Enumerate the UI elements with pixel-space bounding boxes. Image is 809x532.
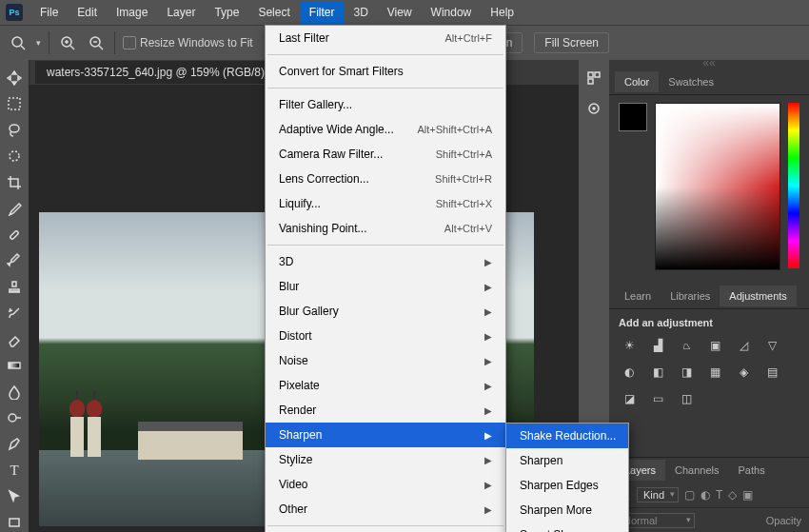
add-adjustment-label: Add an adjustment xyxy=(619,317,799,328)
filter-pixel-icon[interactable]: ▢ xyxy=(684,488,695,502)
menu-sharpen-sub[interactable]: Sharpen▶ Shake Reduction... Sharpen Shar… xyxy=(266,423,505,447)
threshold-icon[interactable]: ◪ xyxy=(619,389,640,408)
eyedropper-tool-icon[interactable] xyxy=(4,199,25,220)
menu-smart-sharpen[interactable]: Smart Sharpen... xyxy=(506,522,628,532)
curves-icon[interactable]: ⏢ xyxy=(676,336,697,355)
menu-last-filter[interactable]: Last FilterAlt+Ctrl+F xyxy=(266,26,505,50)
pen-tool-icon[interactable] xyxy=(4,434,25,455)
zoom-out-icon[interactable] xyxy=(86,32,107,53)
menu-window[interactable]: Window xyxy=(422,1,482,24)
lasso-tool-icon[interactable] xyxy=(4,120,25,141)
levels-icon[interactable]: ▟ xyxy=(647,336,668,355)
color-lookup-icon[interactable]: ▦ xyxy=(704,363,725,382)
menu-video-sub[interactable]: Video▶ xyxy=(266,472,505,497)
stamp-tool-icon[interactable] xyxy=(4,277,25,298)
panel-drag-handle[interactable]: «« xyxy=(609,60,809,69)
menu-pixelate-sub[interactable]: Pixelate▶ xyxy=(266,373,505,398)
brush-tool-icon[interactable] xyxy=(4,251,25,272)
menu-help[interactable]: Help xyxy=(481,1,523,24)
menu-3d[interactable]: 3D xyxy=(344,1,377,24)
color-picker-field[interactable] xyxy=(655,103,780,270)
path-select-tool-icon[interactable] xyxy=(4,486,25,507)
menu-filter[interactable]: Filter xyxy=(300,1,345,24)
menu-sharpen-more[interactable]: Sharpen More xyxy=(506,498,628,522)
fill-screen-button[interactable]: Fill Screen xyxy=(534,32,609,53)
tab-adjustments[interactable]: Adjustments xyxy=(720,286,797,306)
tab-libraries[interactable]: Libraries xyxy=(661,286,720,306)
menu-convert-smart[interactable]: Convert for Smart Filters xyxy=(266,59,505,84)
menu-filter-gallery[interactable]: Filter Gallery... xyxy=(266,92,505,117)
menu-stylize-sub[interactable]: Stylize▶ xyxy=(266,447,505,472)
gradient-tool-icon[interactable] xyxy=(4,356,25,377)
menu-sharpen[interactable]: Sharpen xyxy=(506,448,628,473)
rectangle-tool-icon[interactable] xyxy=(4,513,25,533)
filter-type-icon[interactable]: T xyxy=(716,488,722,502)
menu-layer[interactable]: Layer xyxy=(157,1,205,24)
document-tab[interactable]: waters-3357125_640.jpg @ 159% (RGB/8) × xyxy=(35,61,289,84)
svg-rect-13 xyxy=(9,363,20,368)
tab-color[interactable]: Color xyxy=(615,71,659,92)
tab-paths[interactable]: Paths xyxy=(729,460,775,481)
menu-shake-reduction[interactable]: Shake Reduction... xyxy=(506,424,628,448)
resize-windows-checkbox[interactable]: Resize Windows to Fit xyxy=(123,36,253,50)
healing-tool-icon[interactable] xyxy=(4,225,25,246)
history-brush-tool-icon[interactable] xyxy=(4,304,25,325)
tab-channels[interactable]: Channels xyxy=(665,460,728,481)
eraser-tool-icon[interactable] xyxy=(4,329,25,350)
dodge-tool-icon[interactable] xyxy=(4,408,25,429)
menu-liquify[interactable]: Liquify...Shift+Ctrl+X xyxy=(266,191,505,216)
vibrance-icon[interactable]: ◿ xyxy=(733,336,754,355)
tab-swatches[interactable]: Swatches xyxy=(659,71,723,92)
properties-panel-icon[interactable] xyxy=(583,98,604,119)
menu-distort-sub[interactable]: Distort▶ xyxy=(266,324,505,348)
svg-rect-18 xyxy=(595,72,600,77)
menubar: Ps File Edit Image Layer Type Select Fil… xyxy=(0,0,809,25)
quick-select-tool-icon[interactable] xyxy=(4,147,25,167)
menu-image[interactable]: Image xyxy=(107,1,157,24)
hue-slider[interactable] xyxy=(788,103,799,268)
crop-tool-icon[interactable] xyxy=(4,172,25,193)
menu-file[interactable]: File xyxy=(30,1,68,24)
tab-learn[interactable]: Learn xyxy=(615,286,661,306)
brightness-icon[interactable]: ☀ xyxy=(619,336,640,355)
channel-mixer-icon[interactable]: ◨ xyxy=(676,363,697,382)
filter-adjust-icon[interactable]: ◐ xyxy=(700,488,710,502)
history-panel-icon[interactable] xyxy=(583,68,604,89)
type-tool-icon[interactable]: T xyxy=(4,461,25,482)
gradient-map-icon[interactable]: ▭ xyxy=(647,389,668,408)
filter-smart-icon[interactable]: ▣ xyxy=(742,488,753,502)
posterize-icon[interactable]: ▤ xyxy=(761,363,782,382)
invert-icon[interactable]: ◈ xyxy=(733,363,754,382)
menu-blur-sub[interactable]: Blur▶ xyxy=(266,274,505,299)
menu-select[interactable]: Select xyxy=(248,1,299,24)
tool-preset-icon[interactable] xyxy=(8,32,29,53)
menu-noise-sub[interactable]: Noise▶ xyxy=(266,348,505,373)
hue-icon[interactable]: ▽ xyxy=(761,336,782,355)
menu-blur-gallery-sub[interactable]: Blur Gallery▶ xyxy=(266,299,505,324)
layer-filter-kind[interactable]: Kind xyxy=(637,487,679,502)
zoom-in-icon[interactable] xyxy=(57,32,78,53)
menu-other-sub[interactable]: Other▶ xyxy=(266,497,505,522)
marquee-tool-icon[interactable] xyxy=(4,94,25,115)
menu-view[interactable]: View xyxy=(378,1,422,24)
menu-sharpen-edges[interactable]: Sharpen Edges xyxy=(506,473,628,498)
dropdown-caret-icon[interactable]: ▾ xyxy=(36,38,41,48)
exposure-icon[interactable]: ▣ xyxy=(704,336,725,355)
move-tool-icon[interactable] xyxy=(4,68,25,89)
foreground-color-swatch[interactable] xyxy=(619,103,647,131)
filter-shape-icon[interactable]: ◇ xyxy=(728,488,737,502)
menu-camera-raw[interactable]: Camera Raw Filter...Shift+Ctrl+A xyxy=(266,142,505,167)
menu-lens-correction[interactable]: Lens Correction...Shift+Ctrl+R xyxy=(266,167,505,191)
menu-edit[interactable]: Edit xyxy=(68,1,107,24)
menu-adaptive-wide-angle[interactable]: Adaptive Wide Angle...Alt+Shift+Ctrl+A xyxy=(266,117,505,142)
menu-3d-sub[interactable]: 3D▶ xyxy=(266,249,505,274)
selective-color-icon[interactable]: ◫ xyxy=(676,389,697,408)
menu-vanishing-point[interactable]: Vanishing Point...Alt+Ctrl+V xyxy=(266,216,505,241)
bw-icon[interactable]: ◐ xyxy=(619,363,640,382)
blur-tool-icon[interactable] xyxy=(4,382,25,403)
photo-filter-icon[interactable]: ◧ xyxy=(647,363,668,382)
svg-point-0 xyxy=(12,37,22,47)
menu-type[interactable]: Type xyxy=(205,1,248,24)
svg-rect-12 xyxy=(10,230,19,240)
menu-render-sub[interactable]: Render▶ xyxy=(266,398,505,423)
